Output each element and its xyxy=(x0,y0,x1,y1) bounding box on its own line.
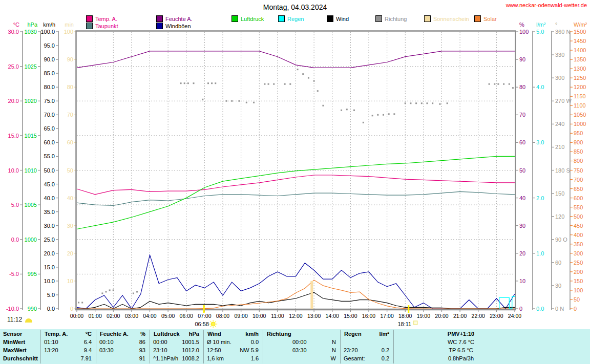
gridlines xyxy=(77,32,515,309)
svg-text:02:00: 02:00 xyxy=(107,313,120,319)
svg-text:75.0: 75.0 xyxy=(44,98,55,104)
table-temp-value: 7.91 xyxy=(81,355,92,362)
legend-swatch-solar xyxy=(474,15,481,22)
deg-axis: 360 N330300270 W240210180 S15012090 O603… xyxy=(552,22,572,312)
svg-text:700: 700 xyxy=(574,177,583,183)
legend-label-feuchte-a: Feuchte A. xyxy=(165,16,193,22)
table-unit-temp: °C xyxy=(86,330,92,337)
svg-text:03:00: 03:00 xyxy=(125,313,138,319)
svg-text:95.0: 95.0 xyxy=(44,42,55,49)
svg-text:750: 750 xyxy=(574,167,583,174)
svg-text:950: 950 xyxy=(574,130,583,136)
svg-text:1010: 1010 xyxy=(25,167,37,174)
table-column-separator xyxy=(96,330,96,363)
table-wind-time: 1,6 km xyxy=(207,355,224,362)
table-feuchte-time: 00:10 xyxy=(99,338,114,346)
table-luftdruck-time: ^1.1hPa/h xyxy=(153,355,178,362)
svg-text:1015: 1015 xyxy=(25,133,37,139)
svg-text:60: 60 xyxy=(519,139,525,145)
wm2-axis: 1500145014001350130012501200115011001050… xyxy=(570,22,587,312)
table-wind-time: 12:50 xyxy=(207,347,221,354)
svg-text:80: 80 xyxy=(67,84,73,90)
table-unit-regen: l/m² xyxy=(379,330,389,337)
svg-text:1000: 1000 xyxy=(574,121,586,127)
svg-text:150: 150 xyxy=(574,278,583,284)
svg-text:85.0: 85.0 xyxy=(44,70,55,76)
svg-text:30: 30 xyxy=(555,283,561,289)
svg-text:1100: 1100 xyxy=(574,102,586,109)
svg-text:1500: 1500 xyxy=(574,29,586,35)
legend-item-temp-a: Temp. A. xyxy=(86,15,117,22)
svg-text:-5.0: -5.0 xyxy=(9,271,19,277)
svg-text:360 N: 360 N xyxy=(555,29,570,35)
svg-text:30.0: 30.0 xyxy=(44,223,55,229)
svg-text:50.0: 50.0 xyxy=(44,167,55,174)
table-regen-value: 0.2 xyxy=(382,355,389,362)
svg-text:800: 800 xyxy=(574,158,583,164)
legend-item-regen: Regen xyxy=(278,15,304,22)
svg-text:60: 60 xyxy=(67,139,73,145)
svg-text:19:00: 19:00 xyxy=(417,313,430,319)
table-wind-time: Ø 10 min. xyxy=(207,338,231,346)
svg-text:500: 500 xyxy=(574,213,583,220)
svg-text:1150: 1150 xyxy=(574,93,586,99)
sunset-square-icon xyxy=(414,321,417,325)
svg-text:08:00: 08:00 xyxy=(216,313,229,319)
svg-text:330: 330 xyxy=(555,52,564,58)
legend-label-regen: Regen xyxy=(287,16,304,22)
svg-text:10:00: 10:00 xyxy=(252,313,266,319)
svg-text:°: ° xyxy=(555,22,557,28)
svg-text:400: 400 xyxy=(574,232,583,238)
svg-text:07:00: 07:00 xyxy=(198,313,211,319)
weather-dashboard: Montag, 04.03.2024 www.neckar-odenwald-w… xyxy=(0,0,590,364)
svg-text:30: 30 xyxy=(519,223,525,229)
svg-text:06:00: 06:00 xyxy=(180,313,193,319)
min-axis: 1009080706050403020100min xyxy=(64,22,77,312)
svg-text:80: 80 xyxy=(519,84,525,90)
svg-text:%: % xyxy=(519,22,524,28)
table-header-feuchte: Feuchte A. xyxy=(100,330,129,337)
table-pmv-value: 0.8hPa/3h xyxy=(393,355,529,362)
table-row-label-maxwert: MaxWert xyxy=(3,347,27,354)
lm2-axis: 5.04.03.02.01.00.0l/m² xyxy=(533,22,546,312)
legend-item-feuchte-a: Feuchte A. xyxy=(156,15,193,22)
legend-item-luftdruck: Luftdruck xyxy=(231,15,264,22)
legend-swatch-luftdruck xyxy=(231,15,238,22)
svg-text:5.0: 5.0 xyxy=(47,292,55,298)
legend-swatch-regen xyxy=(278,15,285,22)
svg-text:65.0: 65.0 xyxy=(44,125,55,132)
site-link[interactable]: www.neckar-odenwald-wetter.de xyxy=(506,2,587,8)
svg-text:l/m²: l/m² xyxy=(536,22,546,28)
svg-text:90: 90 xyxy=(67,56,73,62)
svg-text:0 N: 0 N xyxy=(555,306,564,312)
table-temp-time: 01:10 xyxy=(44,338,58,346)
x-axis-labels: 00:0001:0002:0003:0004:0005:0006:0007:00… xyxy=(70,313,521,319)
table-row-label-sensor: Sensor xyxy=(3,330,22,337)
table-unit-luftdruck: hPa xyxy=(189,330,199,337)
svg-text:250: 250 xyxy=(574,260,583,266)
svg-text:30.0: 30.0 xyxy=(8,29,19,35)
svg-text:0: 0 xyxy=(519,306,522,312)
svg-text:16:00: 16:00 xyxy=(362,313,375,319)
table-luftdruck-time: 23:10 xyxy=(153,347,167,354)
svg-text:0.0: 0.0 xyxy=(11,237,19,243)
svg-text:15:00: 15:00 xyxy=(344,313,357,319)
table-row-label-durchschnitt: Durchschnitt xyxy=(3,355,38,362)
svg-text:30: 30 xyxy=(67,223,73,229)
svg-text:25.0: 25.0 xyxy=(44,237,55,243)
svg-text:15.0: 15.0 xyxy=(8,133,19,139)
table-regen-time: 23:20 xyxy=(344,347,358,354)
weather-chart: 30.025.020.015.010.05.00.0-5.0-10.0°C103… xyxy=(0,0,590,329)
legend-item-taupunkt: Taupunkt xyxy=(86,23,118,29)
svg-text:1450: 1450 xyxy=(574,38,586,44)
svg-text:50: 50 xyxy=(67,167,73,174)
svg-text:60: 60 xyxy=(555,260,561,266)
svg-text:240: 240 xyxy=(555,121,564,127)
legend-label-windboeen: Windböen xyxy=(165,23,191,29)
svg-text:0.0: 0.0 xyxy=(47,306,55,312)
svg-text:270 W: 270 W xyxy=(555,98,572,104)
table-column-separator xyxy=(203,330,204,363)
table-unit-feuchte: % xyxy=(140,330,145,337)
series-solar xyxy=(77,280,515,309)
svg-text:100: 100 xyxy=(519,29,529,35)
